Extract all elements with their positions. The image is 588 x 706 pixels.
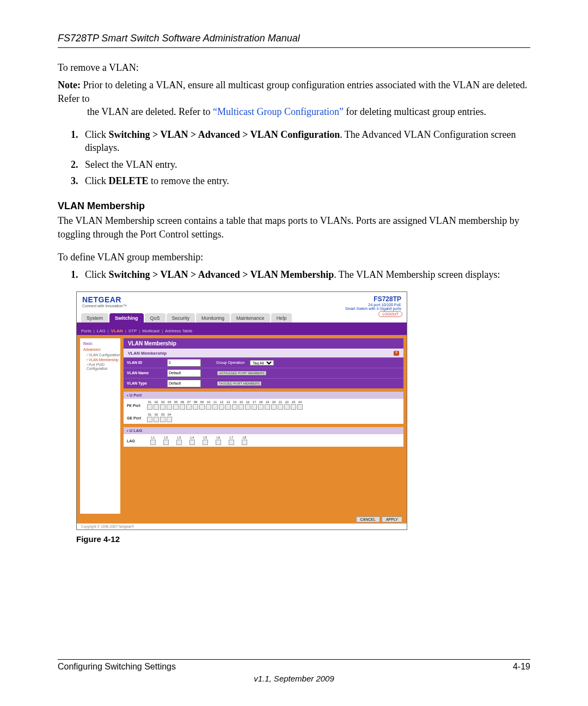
port-cell[interactable]: 16 xyxy=(244,400,251,410)
config-input[interactable] xyxy=(167,380,201,387)
port-toggle[interactable] xyxy=(232,404,237,410)
port-toggle[interactable] xyxy=(167,417,172,422)
port-members-button[interactable]: TAGGED PORT MEMBERS xyxy=(217,381,261,386)
port-cell[interactable]: 10 xyxy=(205,400,212,410)
port-toggle[interactable] xyxy=(258,404,264,410)
group-operation-select[interactable]: Tag All xyxy=(250,360,274,366)
port-section-header[interactable]: • U LAG xyxy=(124,427,403,434)
logout-button[interactable]: LOGOUT xyxy=(378,311,402,317)
cancel-button[interactable]: CANCEL xyxy=(356,516,380,522)
port-toggle[interactable] xyxy=(297,404,303,410)
port-toggle[interactable] xyxy=(225,404,231,410)
port-cell[interactable]: L2 xyxy=(160,436,173,445)
port-toggle[interactable] xyxy=(176,440,182,445)
port-cell[interactable]: L6 xyxy=(212,436,225,445)
port-toggle[interactable] xyxy=(180,404,185,410)
port-cell[interactable]: L8 xyxy=(238,436,251,445)
port-cell[interactable]: 18 xyxy=(258,400,264,410)
port-members-button[interactable]: UNTAGGED PORT MEMBERS xyxy=(217,371,266,375)
port-toggle[interactable] xyxy=(167,404,172,410)
port-cell[interactable]: L4 xyxy=(186,436,199,445)
port-toggle[interactable] xyxy=(147,417,152,422)
port-cell[interactable]: 03 xyxy=(160,413,166,422)
port-toggle[interactable] xyxy=(147,404,152,410)
port-cell[interactable]: 04 xyxy=(166,413,173,422)
subtab-lag[interactable]: LAG xyxy=(97,328,106,333)
port-cell[interactable]: L1 xyxy=(146,436,160,445)
port-cell[interactable]: 06 xyxy=(179,400,186,410)
tab-help[interactable]: Help xyxy=(271,313,292,322)
port-cell[interactable]: 09 xyxy=(199,400,205,410)
sidebar-item-vlan-membership[interactable]: › VLAN Membership xyxy=(80,357,120,362)
port-cell[interactable]: 20 xyxy=(271,400,277,410)
port-toggle[interactable] xyxy=(203,440,208,445)
port-toggle[interactable] xyxy=(160,417,166,422)
port-cell[interactable]: 14 xyxy=(231,400,238,410)
tab-system[interactable]: System xyxy=(81,313,108,322)
port-cell[interactable]: 04 xyxy=(166,400,173,410)
port-cell[interactable]: 01 xyxy=(146,400,153,410)
port-toggle[interactable] xyxy=(242,440,247,445)
port-toggle[interactable] xyxy=(212,404,218,410)
port-toggle[interactable] xyxy=(160,404,166,410)
port-toggle[interactable] xyxy=(199,404,205,410)
port-cell[interactable]: 02 xyxy=(153,400,160,410)
sidebar-item-vlan-configuration[interactable]: › VLAN Configuration xyxy=(80,352,120,357)
tab-qos[interactable]: QoS xyxy=(145,313,166,322)
port-toggle[interactable] xyxy=(265,404,270,410)
port-toggle[interactable] xyxy=(154,417,159,422)
port-toggle[interactable] xyxy=(193,404,198,410)
subtab-multicast[interactable]: Multicast xyxy=(142,328,160,333)
subtab-ports[interactable]: Ports xyxy=(81,328,91,333)
port-toggle[interactable] xyxy=(206,404,211,410)
port-cell[interactable]: 08 xyxy=(192,400,199,410)
port-toggle[interactable] xyxy=(291,404,296,410)
note-link[interactable]: “Multicast Group Configuration” xyxy=(213,106,344,117)
sidebar-item-port-pvid-configuration[interactable]: › Port PVID Configuration xyxy=(80,362,120,371)
config-input[interactable] xyxy=(167,369,201,377)
port-cell[interactable]: 22 xyxy=(284,400,290,410)
port-cell[interactable]: 19 xyxy=(264,400,271,410)
subtab-address-table[interactable]: Address Table xyxy=(165,328,193,333)
sidebar-advanced[interactable]: Advanced xyxy=(80,346,120,352)
port-toggle[interactable] xyxy=(189,440,195,445)
port-cell[interactable]: 01 xyxy=(146,413,153,422)
port-toggle[interactable] xyxy=(284,404,290,410)
port-cell[interactable]: 23 xyxy=(290,400,297,410)
help-icon[interactable]: ? xyxy=(394,351,399,356)
tab-monitoring[interactable]: Monitoring xyxy=(196,313,230,322)
port-toggle[interactable] xyxy=(229,440,234,445)
port-toggle[interactable] xyxy=(219,404,224,410)
port-cell[interactable]: 24 xyxy=(297,400,303,410)
port-toggle[interactable] xyxy=(278,404,283,410)
port-toggle[interactable] xyxy=(150,440,156,445)
port-toggle[interactable] xyxy=(252,404,257,410)
tab-security[interactable]: Security xyxy=(167,313,195,322)
port-toggle[interactable] xyxy=(173,404,179,410)
port-cell[interactable]: 05 xyxy=(173,400,179,410)
port-cell[interactable]: 03 xyxy=(160,400,166,410)
port-toggle[interactable] xyxy=(245,404,250,410)
port-toggle[interactable] xyxy=(186,404,192,410)
apply-button[interactable]: APPLY xyxy=(382,516,402,522)
sidebar-basic[interactable]: Basic xyxy=(80,340,120,346)
port-cell[interactable]: L3 xyxy=(173,436,186,445)
port-cell[interactable]: 17 xyxy=(251,400,258,410)
port-toggle[interactable] xyxy=(154,404,159,410)
tab-maintenance[interactable]: Maintenance xyxy=(231,313,270,322)
config-input[interactable] xyxy=(167,359,201,367)
port-section-header[interactable]: • U Port xyxy=(124,392,403,399)
port-toggle[interactable] xyxy=(238,404,244,410)
port-cell[interactable]: 07 xyxy=(186,400,192,410)
port-toggle[interactable] xyxy=(163,440,169,445)
port-cell[interactable]: 13 xyxy=(225,400,231,410)
port-toggle[interactable] xyxy=(216,440,221,445)
tab-switching[interactable]: Switching xyxy=(109,313,144,322)
port-cell[interactable]: 12 xyxy=(218,400,225,410)
port-cell[interactable]: L5 xyxy=(199,436,212,445)
port-toggle[interactable] xyxy=(271,404,277,410)
subtab-vlan[interactable]: VLAN xyxy=(111,328,123,333)
port-cell[interactable]: 11 xyxy=(212,400,218,410)
port-cell[interactable]: 21 xyxy=(277,400,284,410)
port-cell[interactable]: L7 xyxy=(225,436,238,445)
